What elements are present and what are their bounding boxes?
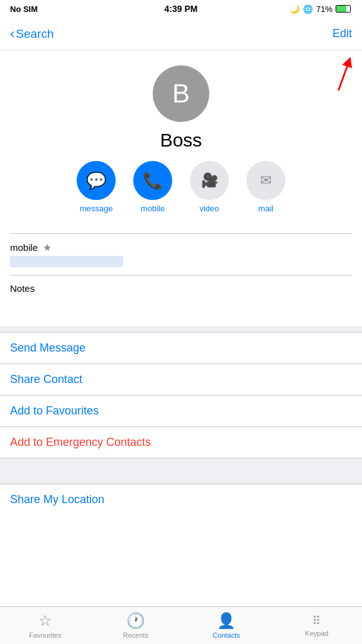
- chevron-left-icon: ‹: [10, 26, 14, 42]
- tab-contacts[interactable]: 👤 Contacts: [181, 607, 272, 644]
- keypad-tab-icon: ⠿: [312, 614, 321, 628]
- moon-icon: 🌙: [290, 4, 300, 14]
- message-icon: 💬: [86, 171, 106, 191]
- notes-label: Notes: [10, 283, 35, 294]
- mobile-action-button[interactable]: 📞 mobile: [133, 161, 172, 213]
- send-message-label: Send Message: [10, 341, 85, 354]
- message-action-button[interactable]: 💬 message: [77, 161, 116, 213]
- mail-action-button[interactable]: ✉ mail: [246, 161, 285, 213]
- add-emergency-label: Add to Emergency Contacts: [10, 436, 151, 448]
- video-icon: 🎥: [201, 172, 218, 189]
- add-favourites-label: Add to Favourites: [10, 404, 99, 417]
- star-icon: ★: [43, 242, 52, 253]
- action-buttons-row: 💬 message 📞 mobile 🎥 video ✉ mail: [10, 161, 352, 213]
- red-arrow-icon: [321, 53, 356, 94]
- mobile-action-circle: 📞: [133, 161, 172, 200]
- section-divider-1: [0, 326, 362, 332]
- contact-name: Boss: [160, 130, 202, 151]
- list-actions: Send Message Share Contact Add to Favour…: [0, 332, 362, 458]
- carrier-label: No SIM: [10, 4, 38, 14]
- edit-button[interactable]: Edit: [332, 27, 352, 40]
- gray-section: [0, 458, 362, 484]
- video-action-circle: 🎥: [190, 161, 229, 200]
- share-contact-label: Share Contact: [10, 373, 82, 386]
- mobile-info-section: mobile ★: [0, 234, 362, 275]
- mail-icon: ✉: [260, 172, 272, 189]
- person-tab-icon: 👤: [217, 612, 236, 630]
- globe-icon: 🌐: [303, 4, 313, 14]
- mail-action-label: mail: [258, 204, 273, 213]
- back-button[interactable]: ‹ Search: [10, 26, 54, 42]
- contact-header: B Boss 💬 message 📞 mobile 🎥 video ✉ ma: [0, 50, 362, 233]
- tab-bar: ☆ Favourites 🕐 Recents 👤 Contacts ⠿ Keyp…: [0, 606, 362, 644]
- tab-keypad-label: Keypad: [305, 630, 328, 637]
- message-action-circle: 💬: [77, 161, 116, 200]
- video-action-button[interactable]: 🎥 video: [190, 161, 229, 213]
- avatar-letter: B: [172, 79, 190, 109]
- svg-line-0: [339, 62, 349, 91]
- star-tab-icon: ☆: [38, 612, 52, 630]
- tab-recents[interactable]: 🕐 Recents: [90, 607, 181, 644]
- tab-recents-label: Recents: [123, 631, 148, 639]
- tab-bar-spacer: [0, 515, 362, 553]
- phone-number-blurred: [10, 256, 123, 267]
- phone-icon: 📞: [143, 171, 163, 191]
- add-favourites-item[interactable]: Add to Favourites: [0, 396, 362, 427]
- clock-tab-icon: 🕐: [126, 612, 145, 630]
- video-action-label: video: [199, 204, 219, 213]
- avatar: B: [153, 65, 209, 122]
- notes-section: Notes: [0, 275, 362, 326]
- share-contact-item[interactable]: Share Contact: [0, 364, 362, 396]
- share-location-item[interactable]: Share My Location: [0, 484, 362, 515]
- nav-bar: ‹ Search Edit: [0, 18, 362, 50]
- tab-contacts-label: Contacts: [212, 631, 239, 639]
- mobile-field-label: mobile ★: [10, 242, 352, 253]
- back-label: Search: [16, 27, 53, 41]
- share-location-label: Share My Location: [10, 493, 104, 506]
- tab-keypad[interactable]: ⠿ Keypad: [272, 607, 362, 644]
- send-message-item[interactable]: Send Message: [0, 332, 362, 364]
- mail-action-circle: ✉: [246, 161, 285, 200]
- add-emergency-item[interactable]: Add to Emergency Contacts: [0, 427, 362, 458]
- time-label: 4:39 PM: [165, 4, 198, 14]
- status-right-icons: 🌙 🌐 71%: [290, 4, 352, 14]
- battery-icon: [336, 5, 351, 13]
- mobile-action-label: mobile: [141, 204, 165, 213]
- status-bar: No SIM 4:39 PM 🌙 🌐 71%: [0, 0, 362, 18]
- tab-favourites[interactable]: ☆ Favourites: [0, 607, 90, 644]
- tab-favourites-label: Favourites: [29, 631, 61, 639]
- message-action-label: message: [80, 204, 113, 213]
- battery-percent: 71%: [316, 4, 332, 14]
